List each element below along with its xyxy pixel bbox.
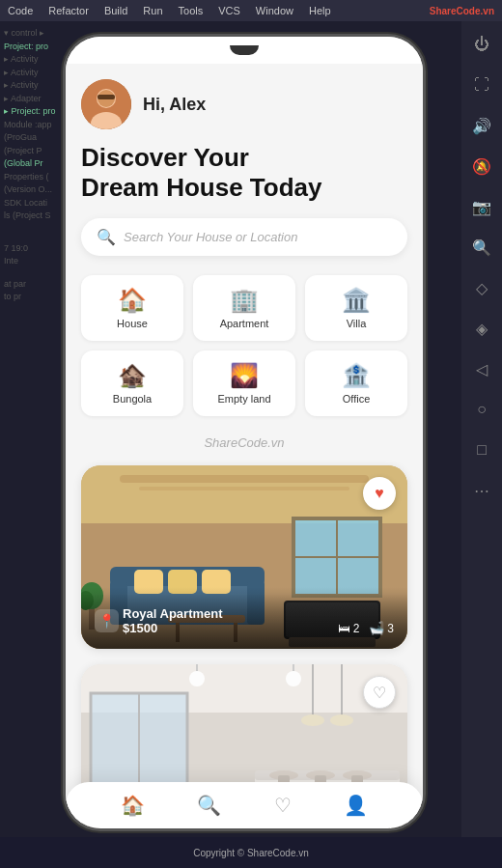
- heart-icon-2: ♡: [373, 684, 386, 702]
- zoom-in-icon[interactable]: 🔍: [468, 234, 495, 261]
- greeting-text: Hi, Alex: [143, 95, 206, 115]
- property-image-1: ♥ 📍 Royal Apartment $1500: [81, 465, 407, 649]
- back-icon[interactable]: ◁: [468, 355, 495, 382]
- heart-nav-icon: ♡: [274, 794, 292, 817]
- nav-search[interactable]: 🔍: [197, 794, 221, 817]
- menu-code[interactable]: Code: [8, 5, 33, 16]
- property-name-1: Royal Apartment: [123, 606, 223, 621]
- menu-vcs[interactable]: VCS: [218, 5, 240, 16]
- office-icon: 🏦: [342, 362, 371, 389]
- location-icon-1: 📍: [95, 609, 119, 632]
- search-icon: 🔍: [97, 228, 116, 246]
- apartment-label: Apartment: [220, 318, 269, 329]
- home-nav-icon: 🏠: [121, 794, 145, 817]
- category-apartment[interactable]: 🏢 Apartment: [193, 275, 295, 341]
- avatar: [81, 79, 131, 129]
- category-villa[interactable]: 🏛️ Villa: [305, 275, 407, 341]
- menu-tools[interactable]: Tools: [179, 5, 204, 16]
- villa-label: Villa: [347, 318, 367, 329]
- menu-run[interactable]: Run: [143, 5, 162, 16]
- office-label: Office: [343, 393, 371, 405]
- card-info-1: 📍 Royal Apartment $1500 🛏 2: [81, 587, 407, 649]
- category-grid: 🏠 House 🏢 Apartment 🏛️ Villa 🏚️ Bungola …: [81, 275, 407, 416]
- category-office[interactable]: 🏦 Office: [305, 350, 407, 416]
- bottom-nav: 🏠 🔍 ♡ 👤: [66, 782, 423, 828]
- search-bar[interactable]: 🔍 Search Your House or Location: [81, 218, 407, 256]
- nav-favorites[interactable]: ♡: [274, 794, 292, 817]
- beds-1: 🛏 2: [338, 621, 360, 635]
- empty-land-label: Empty land: [217, 393, 270, 405]
- camera-icon[interactable]: 📷: [468, 193, 495, 220]
- eraser-icon[interactable]: ◈: [468, 315, 495, 342]
- ide-right-sidebar: ⏻ ⛶ 🔊 🔕 📷 🔍 ◇ ◈ ◁ ○ □ ⋯: [461, 21, 502, 868]
- search-placeholder: Search Your House or Location: [124, 230, 297, 244]
- more-icon[interactable]: ⋯: [468, 477, 495, 504]
- apartment-icon: 🏢: [230, 287, 259, 314]
- sharecode-logo: ShareCode.vn: [430, 6, 494, 16]
- bath-icon-1: 🛁: [369, 621, 384, 635]
- phone-notch: [230, 45, 259, 55]
- square-icon[interactable]: □: [468, 436, 495, 463]
- phone-frame: Hi, Alex Discover Your Dream House Today…: [66, 37, 423, 828]
- nav-profile[interactable]: 👤: [344, 794, 368, 817]
- profile-nav-icon: 👤: [344, 794, 368, 817]
- baths-1: 🛁 3: [369, 621, 394, 635]
- property-card-1[interactable]: ♥ 📍 Royal Apartment $1500: [81, 465, 407, 649]
- circle-icon[interactable]: ○: [468, 396, 495, 423]
- ide-left-panel: ▾ control ▸ Project: pro ▸ Activity ▸ Ac…: [0, 21, 66, 823]
- bottom-status-bar: Copyright © ShareCode.vn: [0, 837, 502, 868]
- bungola-icon: 🏚️: [118, 362, 147, 389]
- expand-icon[interactable]: ⛶: [468, 71, 495, 98]
- menu-window[interactable]: Window: [256, 5, 293, 16]
- menu-help[interactable]: Help: [309, 5, 331, 16]
- heart-icon-1: ♥: [375, 485, 384, 502]
- diamond-icon[interactable]: ◇: [468, 274, 495, 301]
- category-empty-land[interactable]: 🌄 Empty land: [193, 350, 295, 416]
- copyright-text: Copyright © ShareCode.vn: [193, 848, 309, 858]
- status-bar: [66, 37, 423, 64]
- nav-home[interactable]: 🏠: [121, 794, 145, 817]
- app-scroll-content[interactable]: Hi, Alex Discover Your Dream House Today…: [66, 64, 423, 828]
- bungola-label: Bungola: [113, 393, 152, 405]
- house-icon: 🏠: [118, 287, 147, 314]
- volume-icon[interactable]: 🔊: [468, 112, 495, 139]
- property-price-1: $1500: [123, 621, 223, 635]
- amenities-1: 🛏 2 🛁 3: [338, 621, 394, 635]
- bed-icon-1: 🛏: [338, 621, 350, 635]
- ide-menu-bar: Code Refactor Build Run Tools VCS Window…: [0, 0, 502, 21]
- search-nav-icon: 🔍: [197, 794, 221, 817]
- empty-land-icon: 🌄: [230, 362, 259, 389]
- header: Hi, Alex: [81, 79, 407, 129]
- main-title: Discover Your Dream House Today: [81, 143, 407, 203]
- villa-icon: 🏛️: [342, 287, 371, 314]
- category-bungola[interactable]: 🏚️ Bungola: [81, 350, 183, 416]
- category-house[interactable]: 🏠 House: [81, 275, 183, 341]
- power-icon[interactable]: ⏻: [468, 31, 495, 58]
- watermark: ShareCode.vn: [81, 435, 407, 450]
- menu-build[interactable]: Build: [104, 5, 127, 16]
- svg-rect-4: [98, 95, 115, 99]
- volume-mute-icon[interactable]: 🔕: [468, 153, 495, 180]
- menu-refactor[interactable]: Refactor: [48, 5, 89, 16]
- house-label: House: [117, 318, 148, 329]
